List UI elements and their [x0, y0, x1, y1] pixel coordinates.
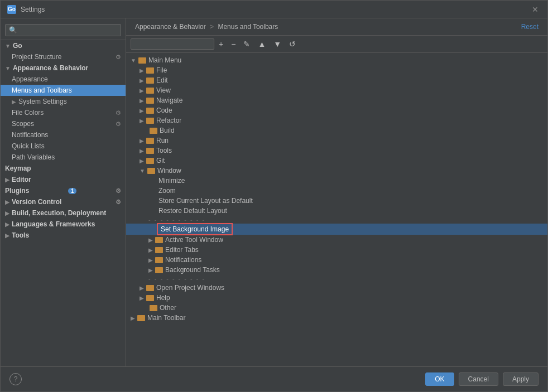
- tree-item-refactor[interactable]: ▶ Refactor: [126, 115, 547, 125]
- sidebar-item-keymap[interactable]: Keymap: [1, 163, 126, 174]
- chevron-down-icon-window: ▼: [140, 168, 145, 174]
- sidebar-item-quick-lists[interactable]: Quick Lists: [1, 141, 126, 152]
- sidebar-item-plugins[interactable]: Plugins 1 ⚙: [1, 185, 126, 196]
- sidebar-item-appearance-behavior[interactable]: ▼ Appearance & Behavior: [1, 62, 126, 74]
- sidebar-item-path-variables[interactable]: Path Variables: [1, 152, 126, 163]
- remove-button[interactable]: −: [228, 38, 239, 50]
- sidebar-scopes-label: Scopes: [12, 120, 34, 128]
- title-bar-left: Go Settings: [7, 5, 45, 14]
- tree-label-refactor: Refactor: [156, 117, 181, 124]
- sidebar-item-notifications[interactable]: Notifications: [1, 129, 126, 141]
- sidebar-project-structure-label: Project Structure: [12, 53, 61, 61]
- tree-item-help[interactable]: ▶ Help: [126, 293, 547, 303]
- chevron-right-icon-5: ▶: [5, 221, 9, 228]
- chevron-right-icon-edit: ▶: [140, 78, 144, 84]
- cancel-button[interactable]: Cancel: [459, 372, 498, 386]
- tree-item-tools-menu[interactable]: ▶ Tools: [126, 146, 547, 156]
- tree-item-edit[interactable]: ▶ Edit: [126, 75, 547, 85]
- sidebar-item-build-execution[interactable]: ▶ Build, Execution, Deployment: [1, 207, 126, 219]
- tree-item-open-project[interactable]: ▶ Open Project Windows: [126, 283, 547, 293]
- tree-label-zoom: Zoom: [158, 187, 176, 195]
- chevron-right-bg-tasks: ▶: [148, 267, 153, 273]
- tree-item-run[interactable]: ▶ Run: [126, 135, 547, 146]
- sidebar-item-tools[interactable]: ▶ Tools: [1, 230, 126, 241]
- folder-icon-bg-tasks: [155, 267, 163, 273]
- breadcrumb: Appearance & Behavior > Menus and Toolba…: [135, 23, 278, 31]
- sidebar-item-scopes[interactable]: Scopes ⚙: [1, 118, 126, 129]
- restore-button[interactable]: ↺: [286, 38, 299, 50]
- tree-item-navigate[interactable]: ▶ Navigate: [126, 95, 547, 105]
- sidebar-item-appearance[interactable]: Appearance: [1, 74, 126, 85]
- sidebar-tools-label: Tools: [12, 231, 29, 239]
- tree-label-run: Run: [156, 137, 169, 144]
- settings-dialog: Go Settings ✕ ▼ Go Project Structure ⚙ ▼…: [0, 0, 548, 392]
- chevron-right-open-proj: ▶: [140, 285, 144, 291]
- sidebar-notifications-label: Notifications: [12, 131, 48, 139]
- close-button[interactable]: ✕: [530, 4, 541, 15]
- tree-label-code: Code: [156, 107, 172, 114]
- chevron-right-icon-nav: ▶: [140, 98, 144, 104]
- chevron-right-main-toolbar: ▶: [131, 315, 135, 321]
- tree-item-set-bg-image[interactable]: Set Background Image: [126, 224, 547, 235]
- tree-label-open-project: Open Project Windows: [156, 284, 224, 292]
- chevron-down-icon-tree: ▼: [131, 57, 136, 64]
- folder-icon-refactor: [146, 118, 154, 124]
- tree-item-view[interactable]: ▶ View: [126, 85, 547, 95]
- sidebar-item-file-colors[interactable]: File Colors ⚙: [1, 107, 126, 118]
- tree-item-main-toolbar[interactable]: ▶ Main Toolbar: [126, 313, 547, 323]
- move-up-button[interactable]: ▲: [254, 38, 269, 50]
- reset-button[interactable]: Reset: [521, 23, 539, 31]
- tree-item-restore-layout[interactable]: Restore Default Layout: [126, 206, 547, 216]
- add-button[interactable]: +: [215, 38, 227, 50]
- folder-icon-main-toolbar: [137, 315, 145, 321]
- tree-item-editor-tabs[interactable]: ▶ Editor Tabs: [126, 245, 547, 255]
- tree-item-build[interactable]: Build: [126, 125, 547, 135]
- plugins-badge: 1: [68, 188, 77, 194]
- tree-item-file[interactable]: ▶ File: [126, 65, 547, 75]
- settings-icon-2: ⚙: [116, 109, 121, 117]
- sidebar-item-go[interactable]: ▼ Go: [1, 40, 126, 51]
- chevron-right-editor-tabs: ▶: [148, 247, 153, 253]
- tree-item-bg-tasks[interactable]: ▶ Background Tasks: [126, 265, 547, 275]
- toolbar: + − ✎ ▲ ▼ ↺: [126, 36, 547, 53]
- breadcrumb-current: Menus and Toolbars: [218, 23, 278, 31]
- tree-item-active-tool[interactable]: ▶ Active Tool Window: [126, 235, 547, 245]
- tree-item-git[interactable]: ▶ Git: [126, 156, 547, 166]
- tree-item-other[interactable]: Other: [126, 303, 547, 313]
- folder-icon-notif: [155, 257, 163, 263]
- folder-icon-code: [146, 108, 154, 114]
- tree-item-zoom[interactable]: Zoom: [126, 186, 547, 196]
- sidebar-item-menus-toolbars[interactable]: Menus and Toolbars: [1, 85, 126, 96]
- tree-label-store-layout: Store Current Layout as Default: [158, 197, 253, 205]
- tree-search-input[interactable]: [131, 38, 214, 50]
- sidebar-vc-label: Version Control: [12, 198, 61, 206]
- tree-label-bg-tasks: Background Tasks: [165, 266, 220, 274]
- sep1-label: - - - - - - - - - -: [148, 216, 205, 223]
- tree-label-restore-layout: Restore Default Layout: [158, 207, 227, 215]
- move-down-button[interactable]: ▼: [270, 38, 285, 50]
- sidebar-item-languages-frameworks[interactable]: ▶ Languages & Frameworks: [1, 219, 126, 230]
- chevron-right-icon-refactor: ▶: [140, 118, 144, 124]
- tree-item-code[interactable]: ▶ Code: [126, 105, 547, 115]
- apply-button[interactable]: Apply: [503, 372, 539, 386]
- tree-item-notifications-menu[interactable]: ▶ Notifications: [126, 255, 547, 265]
- sidebar-item-system-settings[interactable]: ▶ System Settings: [1, 96, 126, 107]
- help-button[interactable]: ?: [9, 373, 22, 385]
- chevron-right-icon-git: ▶: [140, 158, 144, 164]
- sidebar-search-input[interactable]: [5, 24, 121, 36]
- folder-icon-open-proj: [146, 285, 154, 291]
- chevron-down-icon: ▼: [5, 43, 11, 49]
- dialog-title: Settings: [21, 6, 45, 13]
- ok-button[interactable]: OK: [425, 372, 454, 386]
- tree-item-window[interactable]: ▼ Window: [126, 166, 547, 176]
- sep2-label: - - - - - - - - - -: [148, 275, 205, 282]
- tree-label-file: File: [156, 66, 167, 74]
- sidebar-item-editor[interactable]: ▶ Editor: [1, 174, 126, 185]
- tree-item-minimize[interactable]: Minimize: [126, 176, 547, 186]
- tree-item-main-menu[interactable]: ▼ Main Menu: [126, 55, 547, 65]
- sidebar-item-version-control[interactable]: ▶ Version Control ⚙: [1, 196, 126, 207]
- edit-button[interactable]: ✎: [240, 38, 253, 50]
- tree-label-edit: Edit: [156, 76, 168, 84]
- sidebar-item-project-structure[interactable]: Project Structure ⚙: [1, 51, 126, 62]
- tree-item-store-layout[interactable]: Store Current Layout as Default: [126, 196, 547, 206]
